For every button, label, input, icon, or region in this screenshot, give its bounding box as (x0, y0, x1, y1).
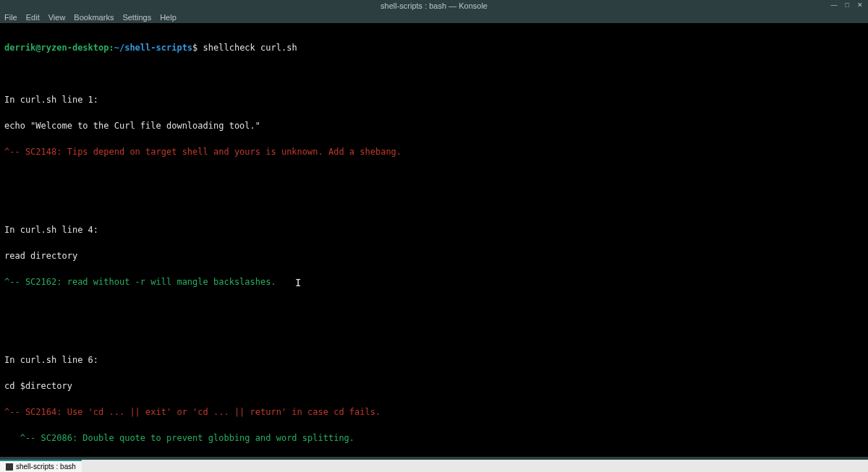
output-header: In curl.sh line 1: (4, 95, 864, 104)
menu-help[interactable]: Help (160, 13, 176, 22)
taskbar: shell-scripts : bash (0, 460, 868, 472)
menu-bookmarks[interactable]: Bookmarks (74, 13, 114, 22)
output-code: cd $directory (4, 382, 864, 390)
menu-view[interactable]: View (48, 13, 66, 22)
taskbar-item-label: shell-scripts : bash (16, 463, 76, 471)
terminal-viewport[interactable]: derrik@ryzen-desktop:~/shell-scripts$ sh… (0, 23, 868, 457)
menu-edit[interactable]: Edit (26, 13, 40, 22)
window-titlebar: shell-scripts : bash — Konsole — □ ✕ (0, 0, 868, 12)
output-header: In curl.sh line 6: (4, 356, 864, 364)
menu-file[interactable]: File (4, 13, 17, 22)
output-code: echo "Welcome to the Curl file downloadi… (4, 121, 864, 130)
prompt-dollar: $ (192, 43, 197, 53)
output-header: In curl.sh line 4: (4, 226, 864, 234)
output-warning: ^-- SC2086: Double quote to prevent glob… (4, 434, 864, 442)
terminal-icon (6, 463, 13, 471)
menu-settings[interactable]: Settings (122, 13, 151, 22)
output-error: ^-- SC2164: Use 'cd ... || exit' or 'cd … (4, 408, 864, 416)
close-button[interactable]: ✕ (856, 1, 864, 9)
menubar: File Edit View Bookmarks Settings Help (0, 12, 868, 23)
prompt-path: ~/shell-scripts (114, 43, 192, 53)
taskbar-item-konsole[interactable]: shell-scripts : bash (0, 460, 82, 472)
output-error: ^-- SC2148: Tips depend on target shell … (4, 147, 864, 156)
window-title: shell-scripts : bash — Konsole (380, 1, 488, 10)
prompt-user: derrik@ryzen-desktop: (4, 43, 114, 53)
maximize-button[interactable]: □ (843, 1, 851, 9)
minimize-button[interactable]: — (830, 1, 838, 9)
window-controls: — □ ✕ (830, 1, 864, 9)
output-code: read directory (4, 252, 864, 260)
output-warning: ^-- SC2162: read without -r will mangle … (4, 278, 864, 286)
command-text: shellcheck curl.sh (203, 43, 297, 53)
